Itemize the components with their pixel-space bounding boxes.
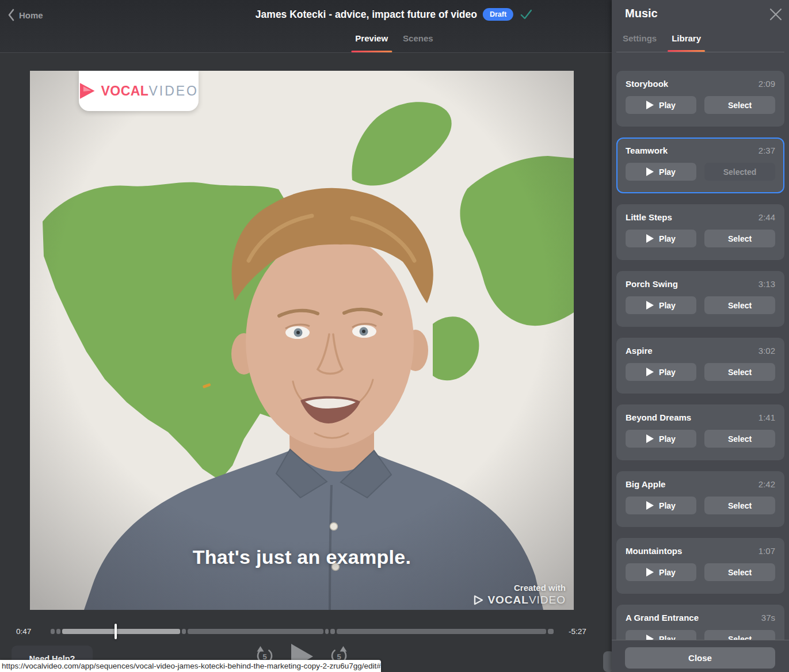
tab-preview[interactable]: Preview [355, 32, 388, 52]
close-button[interactable]: Close [625, 647, 775, 669]
track-name: Big Apple [626, 479, 665, 489]
track-play-button[interactable]: Play [626, 230, 696, 247]
vocalvideo-logo-card: VOCALVIDEO [79, 71, 199, 111]
track-select-button[interactable]: Select [704, 430, 775, 448]
track-duration: 2:42 [758, 479, 775, 489]
music-track-card: Teamwork 2:37 Play Selected [616, 138, 784, 193]
play-icon [646, 568, 654, 576]
music-panel-title: Music [625, 7, 658, 20]
watermark-brand: VOCALVIDEO [487, 594, 566, 606]
music-track-card: Big Apple 2:42 Play Select [616, 471, 784, 527]
track-play-label: Play [659, 368, 676, 377]
track-select-button[interactable]: Select [704, 363, 775, 381]
track-select-button[interactable]: Select [704, 96, 775, 114]
track-play-label: Play [659, 635, 676, 640]
track-play-button[interactable]: Play [626, 96, 696, 114]
track-play-button[interactable]: Play [626, 363, 696, 381]
watermark-play-icon [474, 595, 483, 605]
home-back-link[interactable]: Home [8, 9, 43, 21]
track-play-label: Play [659, 501, 676, 510]
status-badge: Draft [483, 8, 513, 21]
track-duration: 1:41 [758, 413, 775, 422]
music-panel-footer: Close [612, 640, 789, 672]
track-duration: 1:07 [758, 546, 775, 556]
track-select-button[interactable]: Selected [704, 163, 775, 181]
track-select-label: Select [728, 635, 752, 640]
back-chevron-icon [8, 9, 14, 21]
tab-music-library[interactable]: Library [672, 32, 701, 52]
timeline-gap-segment[interactable] [330, 629, 335, 634]
track-select-button[interactable]: Select [704, 230, 775, 247]
track-duration: 2:44 [758, 212, 775, 222]
track-play-button[interactable]: Play [626, 497, 696, 514]
play-icon [646, 301, 654, 310]
track-play-button[interactable]: Play [626, 563, 696, 581]
music-track-card: Storybook 2:09 Play Select [616, 71, 784, 127]
timeline-gap-segment[interactable] [548, 629, 554, 634]
video-frame [30, 71, 574, 610]
track-name: Porch Swing [626, 279, 678, 289]
play-icon [646, 167, 654, 176]
track-select-button[interactable]: Select [704, 497, 775, 514]
track-name: Little Steps [626, 212, 672, 222]
music-track-card: A Grand Entrance 37s Play Select [616, 605, 784, 640]
track-select-label: Select [728, 301, 752, 310]
track-select-button[interactable]: Select [704, 630, 775, 640]
vocalvideo-play-icon [79, 82, 96, 100]
track-select-label: Select [728, 568, 752, 577]
created-with-watermark: Created with VOCALVIDEO [474, 583, 566, 606]
timeline-scene-segment[interactable] [188, 629, 323, 634]
close-panel-icon[interactable] [769, 8, 782, 21]
timeline-track[interactable] [51, 629, 555, 634]
track-duration: 2:37 [758, 146, 775, 155]
track-select-label: Select [728, 234, 752, 243]
app-header: Home James Kotecki - advice, impact futu… [0, 0, 612, 53]
track-play-label: Play [659, 301, 676, 310]
track-name: A Grand Entrance [626, 613, 699, 623]
track-play-button[interactable]: Play [626, 163, 696, 181]
track-play-label: Play [659, 101, 676, 110]
play-icon [646, 501, 654, 510]
music-track-card: Porch Swing 3:13 Play Select [616, 271, 784, 327]
vignette-overlay [30, 71, 574, 610]
timeline-scene-segment[interactable] [337, 629, 546, 634]
sequence-title-group: James Kotecki - advice, impact future of… [256, 8, 533, 21]
track-play-button[interactable]: Play [626, 630, 696, 640]
track-play-label: Play [659, 568, 676, 577]
play-icon [646, 635, 654, 640]
track-name: Teamwork [626, 146, 668, 155]
play-icon [646, 234, 654, 243]
vocal-video-editor: Home James Kotecki - advice, impact futu… [0, 0, 789, 672]
timeline-gap-segment[interactable] [325, 629, 329, 634]
play-icon [646, 101, 654, 109]
music-track-list: Storybook 2:09 Play Select Teamwork 2:37 [616, 52, 784, 640]
track-play-button[interactable]: Play [626, 430, 696, 448]
track-select-label: Select [728, 501, 752, 510]
track-select-button[interactable]: Select [704, 563, 775, 581]
timeline-scene-segment[interactable] [62, 629, 180, 634]
timeline-gap-segment[interactable] [182, 629, 186, 634]
music-panel: Music Settings Library Storybook 2:09 Pl… [612, 0, 789, 672]
music-track-card: Beyond Dreams 1:41 Play Select [616, 404, 784, 460]
track-play-button[interactable]: Play [626, 296, 696, 314]
timeline-gap-segment[interactable] [56, 629, 60, 634]
play-icon [646, 434, 654, 443]
vocalvideo-logo-text: VOCALVIDEO [101, 83, 199, 99]
track-select-label: Select [728, 101, 752, 110]
track-play-label: Play [659, 434, 676, 444]
music-track-card: Mountaintops 1:07 Play Select [616, 538, 784, 594]
track-name: Beyond Dreams [626, 413, 691, 422]
tab-scenes[interactable]: Scenes [403, 32, 433, 52]
tab-music-settings[interactable]: Settings [623, 32, 657, 52]
timeline-gap-segment[interactable] [51, 629, 55, 634]
track-name: Aspire [626, 346, 653, 356]
track-name: Mountaintops [626, 546, 682, 556]
track-duration: 37s [761, 613, 775, 623]
video-player[interactable]: VOCALVIDEO That's just an example. Creat… [30, 71, 574, 610]
track-duration: 2:09 [758, 79, 775, 89]
track-select-button[interactable]: Select [704, 296, 775, 314]
status-bar-url: https://vocalvideo.com/app/sequences/voc… [0, 660, 381, 672]
playhead[interactable] [115, 624, 117, 639]
music-track-card: Little Steps 2:44 Play Select [616, 204, 784, 260]
track-play-label: Play [659, 234, 676, 243]
